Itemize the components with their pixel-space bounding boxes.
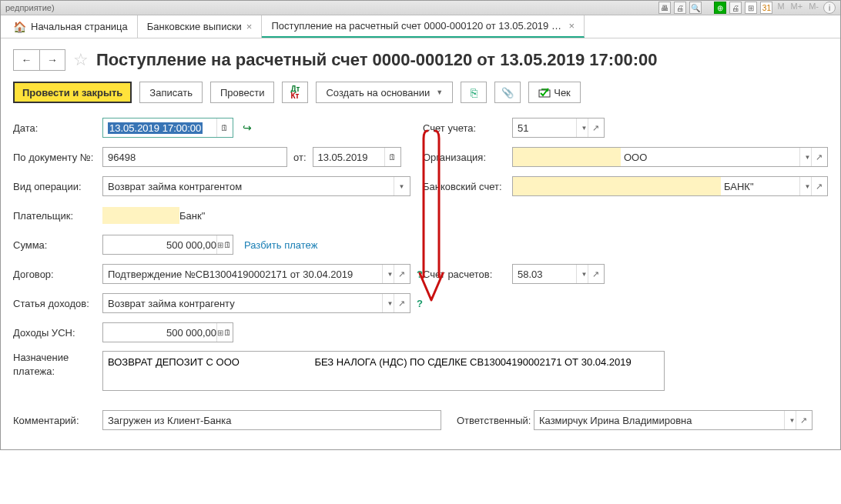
help-icon[interactable]: ? (417, 298, 423, 309)
related-button[interactable] (461, 82, 487, 103)
tab-home[interactable]: 🏠 Начальная страница (4, 15, 138, 38)
close-icon[interactable]: × (568, 20, 575, 32)
org-field[interactable]: ООО (512, 147, 828, 167)
income-item-field[interactable]: Возврат займа контрагенту (102, 293, 410, 313)
label-date: Дата: (13, 122, 102, 134)
label-bank-acct: Банковский счет: (423, 181, 512, 192)
label-account: Счет учета: (423, 122, 512, 134)
date-field[interactable]: 13.05.2019 17:00:00 (102, 118, 233, 138)
usn-income-field[interactable]: 500 000,00 ⊞ (102, 322, 233, 342)
attach-button[interactable] (494, 82, 521, 103)
m-button[interactable]: M (776, 2, 786, 14)
post-button[interactable]: Провести (210, 82, 275, 103)
print2-icon[interactable]: 🖨 (674, 2, 686, 14)
payer-field: Банк" (102, 205, 410, 225)
split-payment-link[interactable]: Разбить платеж (244, 239, 317, 251)
status-posted-icon (243, 122, 252, 134)
label-amount: Сумма: (13, 239, 102, 251)
nav-back-button[interactable]: ← (13, 49, 39, 71)
responsible-field[interactable]: Казмирчук Ирина Владимировна (534, 410, 813, 430)
calendar-icon[interactable]: 31 (760, 2, 772, 14)
create-based-button[interactable]: Создать на основании▼ (316, 82, 453, 103)
m-plus-button[interactable]: M+ (789, 2, 805, 14)
tab-receipt[interactable]: Поступление на расчетный счет 0000-00012… (262, 15, 585, 38)
comment-field[interactable]: Загружен из Клиент-Банка (102, 410, 441, 430)
doc-date-field[interactable]: 13.05.2019 (313, 147, 401, 167)
label-contract: Договор: (13, 269, 102, 280)
calc-icon[interactable]: ⊞ (216, 235, 232, 254)
title-bar-icons: 🖶 🖨 🔍 ⊕ 🖨 ⊞ 31 M M+ M- i (658, 2, 836, 14)
purpose-textarea[interactable] (102, 351, 665, 391)
calc-icon[interactable]: ⊞ (216, 323, 232, 342)
info-icon[interactable]: i (823, 2, 836, 14)
contract-field[interactable]: Подтверждение №СВ13004190002171 от 30.04… (102, 264, 410, 284)
settle-acct-field[interactable]: 58.03 (512, 264, 605, 284)
dt-kt-button[interactable]: ДтКт (282, 82, 308, 103)
search-icon[interactable]: 🔍 (689, 2, 702, 14)
label-comment: Комментарий: (13, 415, 102, 426)
dropdown-icon[interactable] (394, 177, 409, 195)
print-icon[interactable]: 🖶 (658, 2, 671, 14)
print3-icon[interactable]: 🖨 (729, 2, 742, 14)
nav-forward-button[interactable]: → (39, 49, 65, 71)
home-icon: 🏠 (13, 21, 26, 33)
calendar-icon[interactable] (384, 148, 400, 166)
m-minus-button[interactable]: M- (807, 2, 820, 14)
label-purpose: Назначение платежа: (13, 351, 102, 379)
open-icon[interactable] (394, 265, 409, 283)
help-icon[interactable]: ? (417, 269, 423, 280)
post-and-close-button[interactable]: Провести и закрыть (13, 82, 132, 103)
label-payer: Плательщик: (13, 210, 102, 222)
tab-label: Банковские выписки (147, 21, 242, 32)
open-icon[interactable] (811, 148, 826, 166)
label-doc-from: от: (293, 152, 307, 163)
label-usn-income: Доходы УСН: (13, 327, 102, 339)
write-button[interactable]: Записать (139, 82, 203, 103)
app-icon[interactable]: ⊕ (714, 2, 726, 14)
title-bar-text: редприятие) (5, 3, 55, 12)
op-kind-field[interactable]: Возврат займа контрагентом (102, 176, 410, 196)
calc-icon[interactable]: ⊞ (745, 2, 757, 14)
bank-acct-field[interactable]: БАНК" (512, 176, 828, 196)
label-org: Организация: (423, 152, 512, 163)
tabs: 🏠 Начальная страница Банковские выписки … (1, 15, 840, 38)
account-field[interactable]: 51 (512, 118, 605, 138)
label-responsible: Ответственный: (457, 415, 534, 426)
open-icon[interactable] (796, 411, 811, 429)
label-op-kind: Вид операции: (13, 181, 102, 192)
tab-label: Поступление на расчетный счет 0000-00012… (271, 20, 564, 32)
calendar-icon[interactable] (216, 118, 232, 137)
cheque-button[interactable]: Чек (528, 82, 581, 103)
page-title: Поступление на расчетный счет 0000-00012… (96, 50, 657, 70)
tab-label: Начальная страница (31, 21, 128, 32)
label-settle-acct: Счет расчетов: (423, 269, 512, 280)
label-income-item: Статья доходов: (13, 298, 102, 309)
close-icon[interactable]: × (246, 21, 253, 32)
label-doc-no: По документу №: (13, 152, 102, 163)
toolbar: Провести и закрыть Записать Провести ДтК… (13, 82, 828, 103)
tab-bank-statements[interactable]: Банковские выписки × (138, 15, 263, 38)
title-bar: редприятие) 🖶 🖨 🔍 ⊕ 🖨 ⊞ 31 M M+ M- i (1, 1, 840, 15)
doc-no-field[interactable]: 96498 (102, 147, 287, 167)
amount-field[interactable]: 500 000,00 ⊞ (102, 235, 233, 255)
open-icon[interactable] (394, 294, 409, 312)
open-icon[interactable] (588, 265, 603, 283)
open-icon[interactable] (811, 177, 826, 195)
open-icon[interactable] (588, 118, 603, 137)
favorite-star-icon[interactable]: ☆ (73, 50, 89, 70)
